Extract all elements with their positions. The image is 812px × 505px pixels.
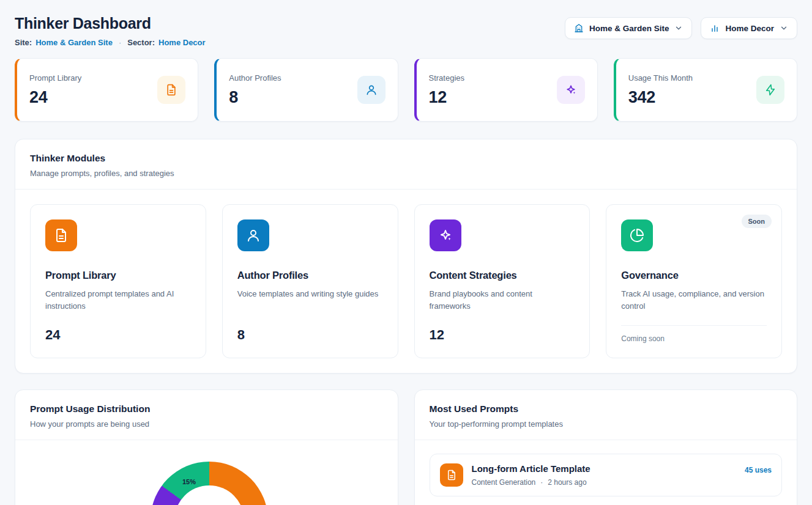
dashboard-page: Thinker Dashboard Site: Home & Garden Si… [0,0,812,505]
coming-soon-text: Coming soon [621,325,767,343]
sector-selector-label: Home Decor [725,24,774,33]
breadcrumb-separator: · [119,38,121,47]
chevron-down-icon [780,24,788,32]
page-header: Thinker Dashboard Site: Home & Garden Si… [15,15,797,47]
module-count: 12 [430,327,575,343]
prompt-item-main: Long-form Article Template Content Gener… [472,463,736,487]
thinker-modules-panel: Thinker Modules Manage prompts, profiles… [15,139,797,374]
stat-label: Strategies [429,73,465,83]
stat-label: Usage This Month [628,73,693,83]
modules-grid: Prompt Library Centralized prompt templa… [15,190,797,373]
user-icon [237,219,269,251]
module-title: Author Profiles [237,270,383,281]
sparkle-icon [430,219,461,251]
module-title: Content Strategies [430,270,575,281]
site-label: Site: [15,38,32,47]
bottom-row: Prompt Usage Distribution How your promp… [15,389,797,505]
prompt-item-uses: 45 uses [745,466,772,474]
site-link[interactable]: Home & Garden Site [35,38,113,47]
user-icon [357,76,386,104]
sector-label: Sector: [127,38,155,47]
donut-chart [151,462,268,505]
chevron-down-icon [674,24,683,32]
prompts-card-subtitle: Your top-performing prompt templates [430,419,783,429]
prompt-list: Long-form Article Template Content Gener… [415,440,797,505]
stat-value: 342 [628,88,693,107]
stat-label: Author Profiles [229,73,281,83]
prompt-item-meta: Content Generation · 2 hours ago [472,478,736,487]
sector-selector-dropdown[interactable]: Home Decor [701,17,797,39]
module-card-prompt-library[interactable]: Prompt Library Centralized prompt templa… [30,204,206,358]
site-breadcrumb: Site: Home & Garden Site · Sector: Home … [15,38,206,47]
sparkle-icon [557,76,585,104]
stat-text: Usage This Month 342 [628,73,693,107]
stat-card-strategies: Strategies 12 [414,58,598,122]
bar-chart-icon [710,23,720,33]
module-description: Track AI usage, compliance, and version … [621,288,767,312]
module-card-author-profiles[interactable]: Author Profiles Voice templates and writ… [222,204,398,358]
modules-panel-subtitle: Manage prompts, profiles, and strategies [30,169,782,178]
stat-card-prompt-library: Prompt Library 24 [15,58,198,122]
modules-panel-header: Thinker Modules Manage prompts, profiles… [15,139,797,190]
header-actions: Home & Garden Site Home Decor [565,17,797,39]
stat-card-usage: Usage This Month 342 [614,58,797,122]
modules-panel-title: Thinker Modules [30,153,782,164]
usage-card-subtitle: How your prompts are being used [30,419,383,429]
stat-value: 8 [229,88,281,107]
module-description: Voice templates and writing style guides [237,288,383,300]
prompt-item-category: Content Generation [472,478,536,487]
stat-text: Author Profiles 8 [229,73,281,107]
usage-card-title: Prompt Usage Distribution [30,404,383,415]
module-card-content-strategies[interactable]: Content Strategies Brand playbooks and c… [414,204,590,358]
document-icon [45,219,77,251]
prompts-card-header: Most Used Prompts Your top-performing pr… [415,390,797,440]
prompt-usage-card: Prompt Usage Distribution How your promp… [15,389,398,505]
lightning-icon [756,76,784,104]
usage-chart-area: 15% [15,440,398,505]
meta-separator: · [540,478,543,487]
stat-value: 24 [29,88,81,107]
prompts-card-title: Most Used Prompts [430,404,783,415]
page-title: Thinker Dashboard [15,15,206,32]
most-used-prompts-card: Most Used Prompts Your top-performing pr… [414,389,798,505]
document-icon [440,463,463,487]
module-description: Centralized prompt templates and AI inst… [45,288,191,312]
stats-row: Prompt Library 24 Author Profiles 8 Stra… [15,58,797,122]
stat-value: 12 [429,88,465,107]
module-title: Prompt Library [45,270,191,281]
stat-label: Prompt Library [29,73,81,83]
sector-link[interactable]: Home Decor [158,38,206,47]
soon-badge: Soon [742,215,772,228]
header-left: Thinker Dashboard Site: Home & Garden Si… [15,15,206,47]
usage-card-header: Prompt Usage Distribution How your promp… [15,390,398,440]
module-description: Brand playbooks and content frameworks [430,288,575,312]
site-selector-label: Home & Garden Site [589,24,669,33]
stat-card-author-profiles: Author Profiles 8 [214,58,398,122]
prompt-list-item[interactable]: Long-form Article Template Content Gener… [430,454,783,496]
site-selector-dropdown[interactable]: Home & Garden Site [565,17,693,39]
donut-slice-label: 15% [182,478,196,485]
building-icon [574,23,584,33]
module-count: 24 [45,327,191,343]
module-title: Governance [621,270,767,281]
stat-text: Prompt Library 24 [29,73,81,107]
prompt-item-title: Long-form Article Template [472,463,736,474]
module-count: 8 [237,327,383,343]
module-card-governance[interactable]: Soon Governance Track AI usage, complian… [606,204,782,358]
document-icon [157,76,185,104]
pie-chart-icon [621,219,653,251]
stat-text: Strategies 12 [429,73,465,107]
prompt-item-time: 2 hours ago [548,478,586,487]
